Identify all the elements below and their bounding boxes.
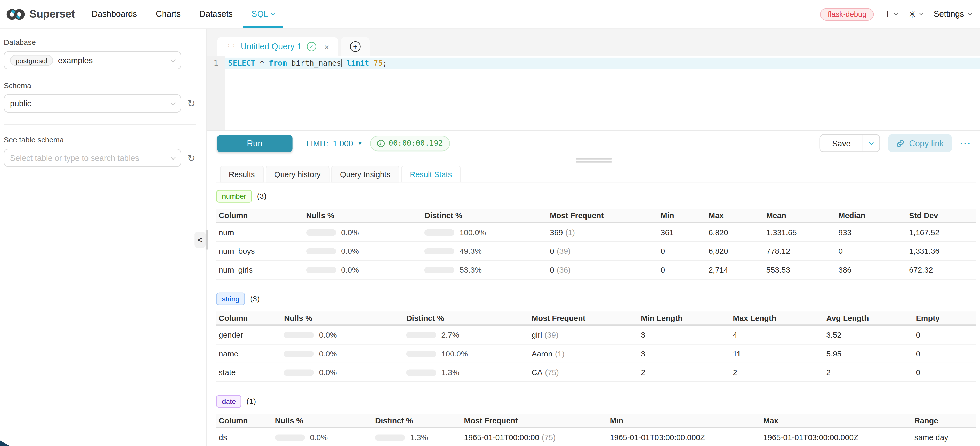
table-cell: 0 (658, 265, 706, 274)
query-tab[interactable]: ⋮⋮ Untitled Query 1 ✓ × (217, 37, 338, 56)
table-header-row: ColumnNulls %Distinct %Most FrequentMinM… (216, 209, 975, 223)
limit-dropdown[interactable]: LIMIT: 1 000 ▼ (306, 139, 363, 148)
chevron-down-icon (272, 11, 275, 15)
frequent-count: (39) (557, 247, 571, 255)
table-cell: girl(39) (529, 330, 639, 339)
stats-table: ColumnNulls %Distinct %Most FrequentMin … (216, 311, 975, 382)
progress-bar (406, 350, 436, 357)
nav-item-datasets[interactable]: Datasets (199, 0, 233, 28)
tab-query-insights[interactable]: Query Insights (331, 166, 399, 183)
nav-item-sql[interactable]: SQL (251, 0, 275, 28)
column-header: Max (760, 416, 912, 425)
table-cell: 100.0% (422, 228, 547, 237)
sql-token: SELECT (228, 59, 255, 68)
table-cell: 53.3% (422, 265, 547, 274)
table-cell: 11 (730, 349, 824, 358)
section-header: number(3) (216, 190, 975, 202)
drag-handle-icon[interactable]: ⋮⋮ (226, 43, 235, 49)
table-cell: 0 (836, 247, 907, 255)
chevron-down-icon (170, 100, 176, 105)
table-cell: 5.95 (824, 349, 913, 358)
progress-bar (275, 434, 305, 440)
table-cell: 3 (638, 349, 730, 358)
sql-editor[interactable]: 1 SELECT * from birth_names limit 75; (207, 56, 980, 130)
check-circle-icon: ✓ (307, 42, 316, 51)
table-row: num_boys0.0%49.3%0(39)06,820778.1201,331… (216, 242, 975, 261)
frequent-count: (75) (542, 433, 555, 441)
resize-handle-line (576, 158, 611, 159)
frequent-value: Aaron (531, 349, 552, 358)
table-cell: 933 (836, 228, 907, 237)
column-header: Min (658, 211, 706, 220)
nav-item-label: SQL (251, 9, 268, 19)
pane-resize-handle[interactable] (207, 156, 980, 164)
sql-token (369, 59, 374, 68)
table-cell: 0 (658, 247, 706, 255)
table-cell: 778.12 (764, 247, 836, 255)
stats-section-number: number(3)ColumnNulls %Distinct %Most Fre… (216, 190, 975, 279)
plus-icon: + (885, 9, 891, 19)
chevron-down-icon (920, 11, 923, 15)
sidebar-divider (4, 124, 196, 125)
elapsed-time: 00:00:00.192 (388, 139, 443, 148)
column-header: Mean (764, 211, 836, 220)
copy-link-button[interactable]: Copy link (888, 134, 952, 152)
table-schema-label: See table schema (4, 136, 207, 145)
environment-badge: flask-debug (820, 8, 874, 20)
percent-label: 1.3% (410, 433, 428, 441)
editor-toolbar: Run LIMIT: 1 000 ▼ 00:00:00.192 Save (207, 130, 980, 156)
tab-results[interactable]: Results (220, 166, 264, 183)
table-cell: 2 (730, 368, 824, 377)
scrollbar-thumb[interactable] (206, 230, 208, 249)
nav-item-dashboards[interactable]: Dashboards (92, 0, 137, 28)
sql-token: ; (383, 59, 387, 68)
collapse-sidebar-button[interactable]: < (194, 232, 206, 248)
percent-label: 0.0% (319, 368, 337, 377)
table-cell: 1965-01-01T00:00:00(75) (461, 433, 608, 441)
superset-logo[interactable]: Superset (6, 8, 75, 21)
more-actions-button[interactable]: ··· (960, 138, 972, 148)
frequent-value: 0 (550, 247, 554, 255)
cell-column-name: gender (216, 330, 282, 339)
progress-bar (425, 248, 454, 254)
close-tab-icon[interactable]: × (324, 42, 329, 51)
table-cell: 0.0% (304, 265, 422, 274)
schema-value: public (10, 99, 31, 108)
database-select[interactable]: postgresql examples (4, 51, 181, 69)
theme-menu[interactable]: ☀ (908, 9, 923, 19)
table-cell: 0.0% (272, 433, 372, 441)
percent-label: 0.0% (341, 247, 359, 255)
save-button[interactable]: Save (820, 135, 862, 151)
cell-column-name: state (216, 368, 282, 377)
section-header: string(3) (216, 293, 975, 305)
table-cell: 4 (730, 330, 824, 339)
tab-result-stats[interactable]: Result Stats (401, 166, 461, 183)
editor-code-area[interactable]: SELECT * from birth_names limit 75; (225, 56, 980, 130)
table-row: num_girls0.0%53.3%0(36)02,714553.5338667… (216, 261, 975, 280)
refresh-schemas-icon[interactable]: ↻ (186, 99, 196, 108)
run-button[interactable]: Run (217, 135, 293, 151)
sql-token: from (269, 59, 287, 68)
progress-bar (306, 248, 336, 254)
column-header: Max Length (730, 314, 824, 322)
tab-query-history[interactable]: Query history (266, 166, 329, 183)
percent-label: 0.0% (341, 265, 359, 274)
new-query-tab-button[interactable]: + (340, 37, 370, 56)
result-stats-sections: number(3)ColumnNulls %Distinct %Most Fre… (216, 183, 975, 446)
save-options-button[interactable] (863, 135, 880, 151)
table-select[interactable]: Select table or type to search tables (4, 149, 181, 167)
table-cell: 2,714 (706, 265, 764, 274)
nav-item-charts[interactable]: Charts (156, 0, 181, 28)
new-item-menu[interactable]: + (885, 9, 897, 19)
editor-gutter: 1 (207, 56, 225, 130)
table-cell: 0 (913, 330, 975, 339)
refresh-tables-icon[interactable]: ↻ (186, 153, 196, 162)
percent-label: 0.0% (341, 228, 359, 237)
settings-menu[interactable]: Settings (934, 9, 971, 19)
chevron-down-icon (170, 57, 176, 62)
table-row: num0.0%100.0%369(1)3616,8201,331.659331,… (216, 223, 975, 242)
resize-handle-line (576, 161, 611, 162)
table-cell: same day (912, 433, 975, 441)
percent-label: 49.3% (460, 247, 482, 255)
schema-select[interactable]: public (4, 94, 181, 113)
